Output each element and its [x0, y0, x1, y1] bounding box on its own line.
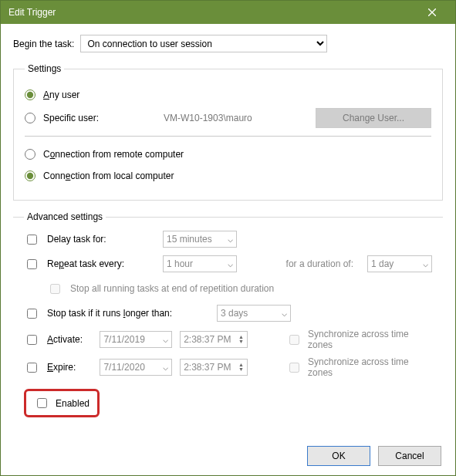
expire-sync-label: Synchronize across time zones	[308, 356, 432, 378]
expire-sync-checkbox	[289, 363, 299, 373]
content-area: Begin the task: On connection to user se…	[1, 24, 455, 439]
enabled-highlight: Enabled	[24, 389, 100, 417]
window-title: Edit Trigger	[8, 7, 56, 18]
enabled-label: Enabled	[56, 398, 90, 409]
settings-group: Settings Any user Specific user: VM-W10-…	[13, 63, 443, 201]
spinner-icon: ▲▼	[238, 335, 244, 344]
enabled-checkbox[interactable]	[37, 398, 47, 408]
change-user-button: Change User...	[316, 108, 431, 128]
specific-user-value: VM-W10-1903\mauro	[110, 113, 305, 123]
stop-repetition-row: Stop all running tasks at end of repetit…	[47, 279, 432, 298]
local-connection-radio[interactable]	[25, 170, 35, 181]
activate-time: 2:38:37 PM▲▼	[180, 331, 248, 348]
remote-connection-label: Connection from remote computer	[43, 149, 184, 160]
activate-checkbox[interactable]	[27, 335, 37, 345]
edit-trigger-dialog: Edit Trigger Begin the task: On connecti…	[0, 0, 456, 476]
specific-user-label: Specific user:	[43, 113, 99, 123]
specific-user-row: Specific user: VM-W10-1903\mauro Change …	[25, 108, 431, 128]
repeat-checkbox[interactable]	[27, 259, 37, 269]
begin-task-row: Begin the task: On connection to user se…	[13, 35, 443, 52]
repeat-label: Repeat task every:	[47, 258, 155, 269]
dialog-footer: OK Cancel	[307, 446, 441, 466]
any-user-radio[interactable]	[25, 89, 35, 100]
stop-repetition-checkbox	[50, 284, 60, 294]
remote-connection-radio[interactable]	[25, 149, 35, 160]
stop-longer-row: Stop task if it runs longer than: 3 days…	[24, 304, 432, 322]
chevron-down-icon: ⌵	[423, 258, 428, 269]
delay-combo: 15 minutes⌵	[163, 231, 237, 248]
close-button[interactable]	[417, 1, 448, 24]
expire-row: Expire: 7/11/2020⌵ 2:38:37 PM▲▼ Synchron…	[24, 356, 432, 378]
expire-date: 7/11/2020⌵	[100, 359, 172, 376]
expire-time: 2:38:37 PM▲▼	[180, 359, 248, 376]
local-connection-label: Connection from local computer	[43, 170, 174, 181]
stop-longer-combo: 3 days⌵	[217, 305, 291, 322]
any-user-row: Any user	[25, 86, 431, 103]
delay-checkbox[interactable]	[27, 235, 37, 245]
settings-separator	[25, 136, 431, 137]
repeat-combo: 1 hour⌵	[163, 255, 237, 272]
advanced-legend: Advanced settings	[24, 211, 106, 222]
close-icon	[428, 8, 436, 16]
local-connection-row: Connection from local computer	[25, 167, 431, 184]
activate-sync-checkbox	[289, 335, 299, 345]
activate-sync-label: Synchronize across time zones	[308, 329, 432, 350]
spinner-icon: ▲▼	[238, 363, 244, 372]
chevron-down-icon: ⌵	[163, 334, 168, 345]
begin-task-select[interactable]: On connection to user session	[80, 35, 327, 52]
duration-label: for a duration of:	[286, 258, 353, 269]
titlebar: Edit Trigger	[1, 1, 455, 24]
ok-button[interactable]: OK	[307, 446, 370, 466]
expire-label: Expire:	[47, 362, 92, 373]
repeat-row: Repeat task every: 1 hour⌵ for a duratio…	[24, 255, 432, 273]
activate-label: Activate:	[47, 334, 92, 345]
chevron-down-icon: ⌵	[228, 258, 233, 269]
remote-connection-row: Connection from remote computer	[25, 146, 431, 163]
any-user-label: Any user	[43, 89, 79, 100]
specific-user-radio[interactable]	[25, 113, 35, 123]
delay-label: Delay task for:	[47, 234, 155, 245]
stop-longer-label: Stop task if it runs longer than:	[47, 308, 209, 319]
activate-date: 7/11/2019⌵	[100, 331, 172, 348]
expire-checkbox[interactable]	[27, 363, 37, 373]
advanced-group: Advanced settings Delay task for: 15 min…	[13, 211, 443, 417]
stop-longer-checkbox[interactable]	[27, 309, 37, 319]
duration-combo: 1 day⌵	[367, 255, 432, 272]
chevron-down-icon: ⌵	[282, 308, 287, 319]
delay-row: Delay task for: 15 minutes⌵	[24, 230, 432, 248]
stop-repetition-label: Stop all running tasks at end of repetit…	[70, 283, 274, 294]
chevron-down-icon: ⌵	[163, 362, 168, 373]
begin-task-label: Begin the task:	[13, 39, 74, 49]
cancel-button[interactable]: Cancel	[378, 446, 441, 466]
activate-row: Activate: 7/11/2019⌵ 2:38:37 PM▲▼ Synchr…	[24, 329, 432, 350]
chevron-down-icon: ⌵	[228, 234, 233, 245]
settings-legend: Settings	[25, 63, 64, 74]
